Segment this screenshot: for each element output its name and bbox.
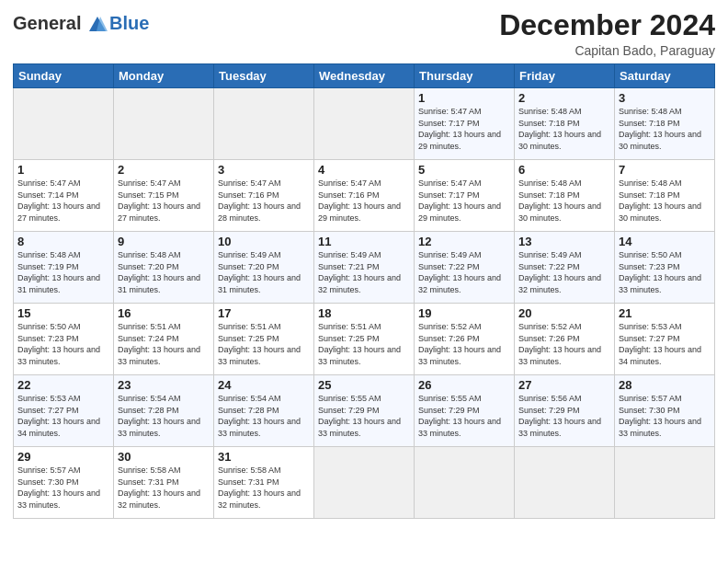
day-number: 13 xyxy=(518,235,610,248)
day-info: Sunrise: 5:49 AMSunset: 7:22 PMDaylight:… xyxy=(418,249,510,295)
calendar-cell: 18Sunrise: 5:51 AMSunset: 7:25 PMDayligh… xyxy=(314,304,415,375)
day-number: 23 xyxy=(118,378,210,392)
calendar-cell: 12Sunrise: 5:49 AMSunset: 7:22 PMDayligh… xyxy=(415,232,515,304)
day-info: Sunrise: 5:55 AMSunset: 7:29 PMDaylight:… xyxy=(418,393,510,439)
day-info: Sunrise: 5:53 AMSunset: 7:27 PMDaylight:… xyxy=(17,393,109,439)
logo-text: General Blue xyxy=(13,13,149,35)
day-info: Sunrise: 5:52 AMSunset: 7:26 PMDaylight:… xyxy=(418,321,510,367)
logo-icon xyxy=(87,15,108,35)
calendar-cell xyxy=(615,447,715,519)
day-info: Sunrise: 5:53 AMSunset: 7:27 PMDaylight:… xyxy=(619,321,711,367)
header-saturday: Saturday xyxy=(615,64,715,88)
day-info: Sunrise: 5:54 AMSunset: 7:28 PMDaylight:… xyxy=(218,393,310,439)
calendar-cell: 17Sunrise: 5:51 AMSunset: 7:25 PMDayligh… xyxy=(214,304,314,375)
calendar-cell: 29Sunrise: 5:57 AMSunset: 7:30 PMDayligh… xyxy=(14,447,114,519)
day-info: Sunrise: 5:47 AMSunset: 7:15 PMDaylight:… xyxy=(118,178,210,224)
day-number: 16 xyxy=(118,306,210,320)
calendar-cell: 31Sunrise: 5:58 AMSunset: 7:31 PMDayligh… xyxy=(214,447,314,519)
day-number: 3 xyxy=(218,163,310,177)
day-number: 12 xyxy=(418,235,510,248)
calendar-cell: 1Sunrise: 5:47 AMSunset: 7:14 PMDaylight… xyxy=(14,160,114,232)
page-container: General Blue December 2024 Capitan Bado,… xyxy=(0,0,728,528)
day-number: 2 xyxy=(518,91,610,105)
day-info: Sunrise: 5:57 AMSunset: 7:30 PMDaylight:… xyxy=(619,393,711,439)
day-number: 8 xyxy=(17,235,109,248)
day-number: 10 xyxy=(218,235,310,248)
day-number: 25 xyxy=(318,378,410,392)
day-info: Sunrise: 5:48 AMSunset: 7:18 PMDaylight:… xyxy=(619,106,711,152)
day-number: 11 xyxy=(318,235,410,248)
calendar-cell xyxy=(214,88,314,160)
calendar-cell: 13Sunrise: 5:49 AMSunset: 7:22 PMDayligh… xyxy=(515,232,615,304)
day-number: 15 xyxy=(17,306,109,320)
day-info: Sunrise: 5:50 AMSunset: 7:23 PMDaylight:… xyxy=(619,249,711,295)
day-info: Sunrise: 5:49 AMSunset: 7:20 PMDaylight:… xyxy=(218,249,310,295)
calendar-week-0: 1Sunrise: 5:47 AMSunset: 7:17 PMDaylight… xyxy=(14,88,715,160)
calendar-cell: 5Sunrise: 5:47 AMSunset: 7:17 PMDaylight… xyxy=(415,160,515,232)
calendar-cell xyxy=(114,88,214,160)
day-info: Sunrise: 5:47 AMSunset: 7:17 PMDaylight:… xyxy=(418,178,510,224)
calendar-cell xyxy=(515,447,615,519)
calendar-cell: 26Sunrise: 5:55 AMSunset: 7:29 PMDayligh… xyxy=(415,375,515,447)
logo-general: General xyxy=(13,13,81,33)
calendar-cell: 4Sunrise: 5:47 AMSunset: 7:16 PMDaylight… xyxy=(314,160,415,232)
header-thursday: Thursday xyxy=(415,64,515,88)
day-number: 4 xyxy=(318,163,410,177)
title-block: December 2024 Capitan Bado, Paraguay xyxy=(499,9,715,58)
calendar-cell xyxy=(314,447,415,519)
calendar-cell: 22Sunrise: 5:53 AMSunset: 7:27 PMDayligh… xyxy=(14,375,114,447)
day-info: Sunrise: 5:47 AMSunset: 7:16 PMDaylight:… xyxy=(218,178,310,224)
calendar-week-4: 22Sunrise: 5:53 AMSunset: 7:27 PMDayligh… xyxy=(14,375,715,447)
day-number: 20 xyxy=(518,306,610,320)
day-info: Sunrise: 5:48 AMSunset: 7:18 PMDaylight:… xyxy=(518,106,610,152)
day-info: Sunrise: 5:57 AMSunset: 7:30 PMDaylight:… xyxy=(17,465,109,511)
day-number: 31 xyxy=(218,450,310,464)
calendar-cell: 27Sunrise: 5:56 AMSunset: 7:29 PMDayligh… xyxy=(515,375,615,447)
day-info: Sunrise: 5:47 AMSunset: 7:16 PMDaylight:… xyxy=(318,178,410,224)
day-number: 22 xyxy=(17,378,109,392)
calendar-cell: 15Sunrise: 5:50 AMSunset: 7:23 PMDayligh… xyxy=(14,304,114,375)
calendar-cell: 2Sunrise: 5:47 AMSunset: 7:15 PMDaylight… xyxy=(114,160,214,232)
day-info: Sunrise: 5:51 AMSunset: 7:25 PMDaylight:… xyxy=(218,321,310,367)
day-info: Sunrise: 5:51 AMSunset: 7:24 PMDaylight:… xyxy=(118,321,210,367)
calendar-week-5: 29Sunrise: 5:57 AMSunset: 7:30 PMDayligh… xyxy=(14,447,715,519)
calendar-cell xyxy=(314,88,415,160)
calendar-cell: 14Sunrise: 5:50 AMSunset: 7:23 PMDayligh… xyxy=(615,232,715,304)
day-number: 17 xyxy=(218,306,310,320)
day-info: Sunrise: 5:55 AMSunset: 7:29 PMDaylight:… xyxy=(318,393,410,439)
calendar-cell: 11Sunrise: 5:49 AMSunset: 7:21 PMDayligh… xyxy=(314,232,415,304)
calendar-cell xyxy=(415,447,515,519)
calendar-cell: 30Sunrise: 5:58 AMSunset: 7:31 PMDayligh… xyxy=(114,447,214,519)
calendar-cell: 16Sunrise: 5:51 AMSunset: 7:24 PMDayligh… xyxy=(114,304,214,375)
day-number: 29 xyxy=(17,450,109,464)
calendar-cell: 20Sunrise: 5:52 AMSunset: 7:26 PMDayligh… xyxy=(515,304,615,375)
day-number: 9 xyxy=(118,235,210,248)
calendar-cell: 6Sunrise: 5:48 AMSunset: 7:18 PMDaylight… xyxy=(515,160,615,232)
day-number: 2 xyxy=(118,163,210,177)
logo: General Blue xyxy=(13,13,149,35)
calendar-week-1: 1Sunrise: 5:47 AMSunset: 7:14 PMDaylight… xyxy=(14,160,715,232)
calendar-cell xyxy=(14,88,114,160)
day-info: Sunrise: 5:58 AMSunset: 7:31 PMDaylight:… xyxy=(118,465,210,511)
calendar-cell: 10Sunrise: 5:49 AMSunset: 7:20 PMDayligh… xyxy=(214,232,314,304)
calendar-week-2: 8Sunrise: 5:48 AMSunset: 7:19 PMDaylight… xyxy=(14,232,715,304)
calendar-cell: 1Sunrise: 5:47 AMSunset: 7:17 PMDaylight… xyxy=(415,88,515,160)
day-number: 27 xyxy=(518,378,610,392)
logo-blue: Blue xyxy=(109,13,149,34)
header-friday: Friday xyxy=(515,64,615,88)
calendar-table: Sunday Monday Tuesday Wednesday Thursday… xyxy=(13,63,715,519)
day-info: Sunrise: 5:51 AMSunset: 7:25 PMDaylight:… xyxy=(318,321,410,367)
calendar-cell: 28Sunrise: 5:57 AMSunset: 7:30 PMDayligh… xyxy=(615,375,715,447)
day-number: 1 xyxy=(17,163,109,177)
day-number: 28 xyxy=(619,378,711,392)
day-number: 24 xyxy=(218,378,310,392)
days-header-row: Sunday Monday Tuesday Wednesday Thursday… xyxy=(14,64,715,88)
day-info: Sunrise: 5:47 AMSunset: 7:14 PMDaylight:… xyxy=(17,178,109,224)
day-info: Sunrise: 5:52 AMSunset: 7:26 PMDaylight:… xyxy=(518,321,610,367)
day-info: Sunrise: 5:48 AMSunset: 7:18 PMDaylight:… xyxy=(619,178,711,224)
month-title: December 2024 xyxy=(499,9,715,41)
header-sunday: Sunday xyxy=(14,64,114,88)
day-number: 5 xyxy=(418,163,510,177)
day-number: 7 xyxy=(619,163,711,177)
day-number: 3 xyxy=(619,91,711,105)
